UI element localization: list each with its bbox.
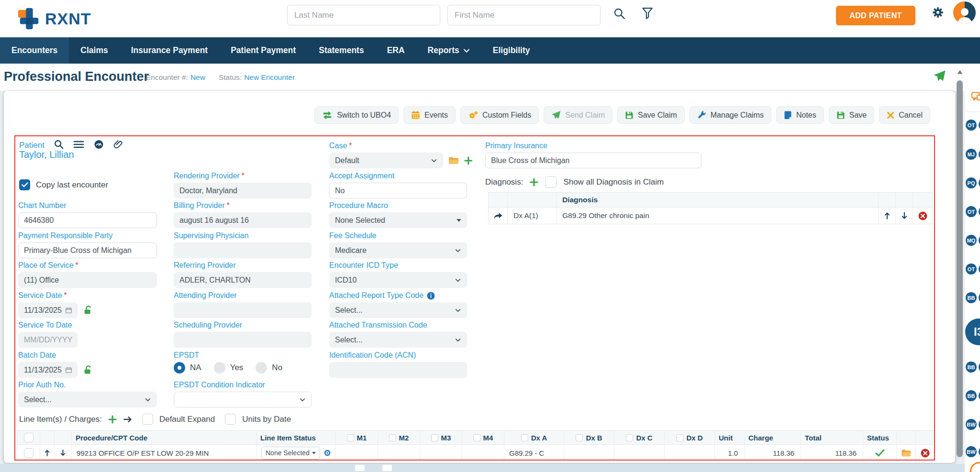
line-item-dx-a[interactable]: G89.29 - C [504, 445, 564, 461]
nav-item-reports[interactable]: Reports [416, 37, 481, 64]
epsdt-radio-no[interactable] [256, 362, 267, 373]
arrow-right-icon[interactable] [123, 416, 133, 423]
nav-item-patient-payment[interactable]: Patient Payment [219, 37, 307, 64]
save-button[interactable]: Save [829, 106, 874, 124]
epsdt-radio-yes[interactable] [214, 362, 225, 373]
vertical-scrollbar[interactable] [957, 80, 963, 457]
last-name-input[interactable] [287, 5, 440, 25]
manage-claims-button[interactable]: Manage Claims [690, 106, 771, 124]
place-of-service-input[interactable]: (11) Office [18, 272, 157, 288]
conversation-item[interactable]: MJ [966, 149, 980, 160]
open-case-folder-icon[interactable] [448, 156, 459, 165]
line-item-status-select[interactable]: None Selected [261, 447, 320, 460]
chat-icon[interactable] [971, 91, 980, 106]
chart-number-input[interactable]: 4646380 [18, 212, 157, 228]
line-item-unit[interactable]: 1.0 [715, 445, 745, 461]
line-item-m1[interactable] [336, 445, 378, 461]
accept-assignment-input[interactable]: No [329, 183, 467, 198]
attached-transmission-code-select[interactable]: Select... [329, 332, 467, 348]
add-diagnosis-icon[interactable] [530, 178, 538, 187]
line-item-delete-icon[interactable] [916, 445, 934, 461]
view-icon[interactable] [324, 449, 331, 457]
conversation-item[interactable]: BB [966, 292, 980, 303]
dx-c-all-checkbox[interactable] [626, 434, 633, 441]
dx-b-all-checkbox[interactable] [576, 434, 583, 441]
epsdt-radio-na[interactable] [174, 362, 185, 373]
info-icon[interactable] [427, 292, 435, 300]
conversation-item[interactable]: BW [966, 419, 980, 430]
send-quick-icon[interactable] [933, 70, 946, 85]
default-expand-checkbox[interactable] [142, 414, 153, 425]
custom-fields-button[interactable]: Custom Fields [460, 106, 539, 124]
conversation-item[interactable]: MQ [966, 235, 980, 246]
nav-item-era[interactable]: ERA [376, 37, 416, 64]
m2-all-checkbox[interactable] [389, 434, 396, 441]
service-to-date-input[interactable]: MM/DD/YYYY [18, 332, 78, 348]
patient-menu-icon[interactable] [73, 140, 84, 151]
payment-responsible-party-input[interactable]: Primary-Blue Cross of Michigan [18, 242, 157, 258]
switch-to-ubo4-button[interactable]: Switch to UBO4 [314, 106, 399, 124]
encounter-icd-type-select[interactable]: ICD10 [329, 272, 467, 288]
search-icon[interactable] [613, 7, 626, 22]
line-item-dx-d[interactable] [665, 445, 715, 461]
rxnt-logo[interactable]: RXNT [16, 6, 91, 31]
diagnosis-delete-icon[interactable] [913, 208, 932, 224]
user-avatar[interactable] [953, 1, 976, 24]
attending-provider-input[interactable] [174, 302, 312, 318]
units-by-date-checkbox[interactable] [225, 414, 236, 425]
line-item-m2[interactable] [378, 445, 420, 461]
conversation-badge[interactable]: OT [966, 206, 977, 217]
add-case-icon[interactable] [464, 156, 473, 165]
conversation-item[interactable]: BW [966, 446, 980, 457]
unlock-icon[interactable] [83, 365, 93, 375]
diagnosis-apply-icon[interactable] [489, 208, 508, 224]
conversation-badge-large[interactable]: I3 [965, 318, 980, 345]
batch-date-input[interactable]: 11/13/2025 [18, 362, 78, 378]
conversation-item[interactable]: PQ [966, 177, 980, 188]
conversation-item[interactable]: OT [966, 206, 980, 217]
copy-last-encounter-checkbox[interactable] [19, 179, 30, 190]
add-patient-button[interactable]: ADD PATIENT [836, 6, 915, 25]
calendar-icon[interactable] [66, 307, 72, 314]
filter-icon[interactable] [642, 7, 653, 21]
line-item-charge[interactable]: 118.36 [745, 445, 801, 461]
conversation-item[interactable]: BB [966, 390, 980, 401]
conversation-badge[interactable]: BW [966, 419, 977, 430]
rendering-provider-input[interactable]: Doctor, Maryland [174, 183, 312, 198]
nav-item-insurance-payment[interactable]: Insurance Payment [120, 37, 219, 64]
patient-attachment-icon[interactable] [113, 140, 122, 152]
nav-item-encounters[interactable]: Encounters [0, 37, 69, 64]
conversation-badge[interactable]: OT [966, 120, 977, 131]
dx-d-all-checkbox[interactable] [676, 434, 683, 441]
conversation-badge[interactable]: BB [966, 362, 977, 373]
billing-provider-input[interactable]: august 16 august 16 [174, 212, 312, 228]
first-name-input[interactable] [447, 5, 601, 25]
add-line-item-icon[interactable] [108, 415, 117, 424]
conversation-badge[interactable]: PQ [966, 177, 977, 188]
conversation-badge[interactable]: BW [966, 446, 977, 457]
prior-auth-select[interactable]: Select... [18, 392, 157, 407]
line-item-m4[interactable] [462, 445, 504, 461]
m3-all-checkbox[interactable] [431, 434, 438, 441]
fee-schedule-select[interactable]: Medicare [329, 242, 467, 258]
procedure-macro-select[interactable]: None Selected [329, 212, 467, 228]
epsdt-condition-indicator-select[interactable] [174, 392, 312, 407]
referring-provider-input[interactable]: ADLER, CHARLTON [174, 272, 312, 288]
conversation-item[interactable]: BB [966, 362, 980, 373]
select-all-checkbox[interactable] [24, 433, 33, 442]
conversation-item[interactable]: OT [966, 120, 980, 131]
diagnosis-move-down-icon[interactable] [896, 208, 913, 224]
scroll-up-arrow-icon[interactable] [957, 67, 963, 76]
show-all-diagnosis-checkbox[interactable] [545, 176, 557, 188]
primary-insurance-input[interactable]: Blue Cross of Michigan [485, 153, 702, 168]
line-item-checkbox[interactable] [24, 448, 33, 458]
conversation-badge[interactable]: OT [966, 263, 977, 274]
scheduling-provider-input[interactable] [174, 332, 312, 348]
send-claim-button[interactable]: Send Claim [544, 106, 612, 124]
line-item-procedure[interactable]: 99213 OFFICE O/P EST LOW 20-29 MIN [72, 445, 256, 461]
unlock-icon[interactable] [83, 305, 93, 315]
line-item-move-down-icon[interactable] [55, 445, 72, 461]
nav-item-statements[interactable]: Statements [307, 37, 375, 64]
conversation-item[interactable]: OT [966, 263, 980, 274]
conversation-badge[interactable]: MQ [966, 235, 977, 246]
